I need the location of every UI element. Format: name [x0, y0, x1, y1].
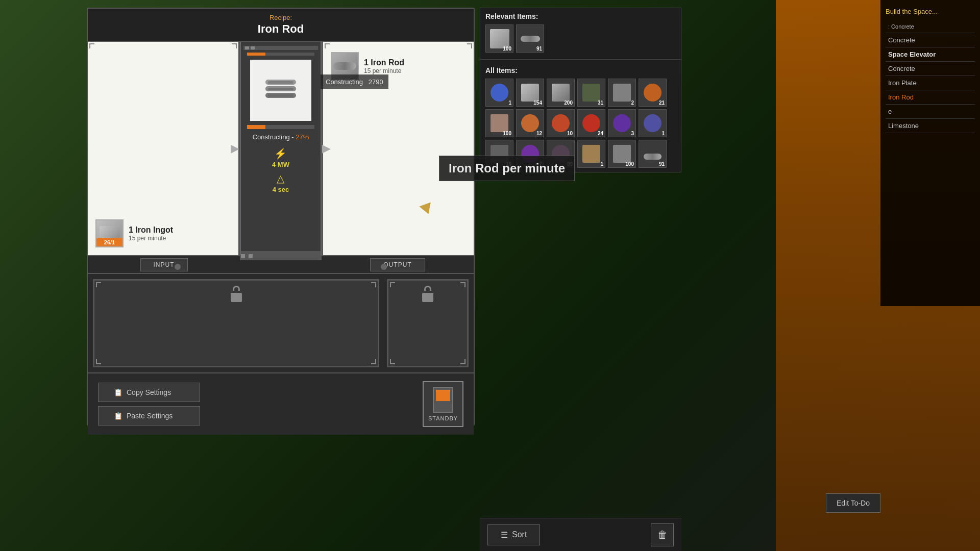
io-area: 26/1 1 Iron Ingot 15 per minute	[88, 42, 474, 256]
recipe-label: Recipe:	[93, 14, 469, 21]
belt-slot-left	[93, 279, 379, 367]
machine-stats: ⚡ 4 MW △ 4 sec	[272, 147, 289, 193]
iron-rod-output-icon[interactable]	[331, 52, 359, 80]
trash-button[interactable]: 🗑	[651, 523, 674, 546]
standby-button[interactable]: STANDBY	[423, 381, 463, 427]
list-item[interactable]: 91	[639, 140, 667, 168]
machine-panel: ▶ ▶ Constructing - 27% ⚡ 4 MW △ 4 sec	[240, 42, 322, 255]
list-item[interactable]: 200	[547, 79, 575, 107]
edit-todo-button[interactable]: Edit To-Do	[826, 493, 880, 513]
sort-button[interactable]: ☰ Sort	[487, 524, 540, 545]
list-item[interactable]: 99	[547, 140, 575, 168]
sort-icon: ☰	[501, 530, 508, 540]
trash-icon: 🗑	[657, 529, 668, 541]
belt-area	[88, 274, 474, 373]
relevant-items-grid: 100 91	[485, 24, 676, 53]
list-item[interactable]: Concrete	[886, 33, 975, 47]
right-items-panel: Relevant Items: 100 91 All Items: 1 154	[480, 8, 681, 172]
standby-label: STANDBY	[428, 415, 458, 421]
item-icon-rod-rel	[521, 36, 540, 42]
input-item-info: 1 Iron Ingot 15 per minute	[129, 226, 173, 242]
all-items-grid: 1 154 200 31 2 21	[485, 79, 676, 168]
list-item: : Concrete	[886, 20, 975, 33]
belt-slot-right	[387, 279, 469, 367]
panel-labels: INPUT OUTPUT	[88, 256, 474, 274]
list-item[interactable]: 3	[608, 109, 636, 137]
cursor-indicator	[419, 202, 434, 216]
lock-icon-left	[229, 286, 244, 304]
input-item-name: 1 Iron Ingot	[129, 226, 173, 235]
machine-right-arrow[interactable]: ▶	[322, 142, 331, 155]
all-items-title: All Items:	[485, 66, 676, 74]
standby-switch-handle	[436, 390, 450, 401]
build-title: Build the Space...	[886, 8, 975, 15]
list-item[interactable]: 100	[608, 140, 636, 168]
recipe-header: Recipe: Iron Rod	[88, 9, 474, 42]
machine-left-arrow[interactable]: ▶	[231, 142, 239, 155]
settings-buttons: 📋 Copy Settings 📋 Paste Settings	[98, 383, 200, 425]
svg-rect-5	[268, 81, 293, 84]
recipe-name: Iron Rod	[93, 22, 469, 36]
list-item[interactable]: 7	[516, 140, 544, 168]
time-value: 4 sec	[273, 186, 289, 193]
list-item[interactable]: 12	[516, 109, 544, 137]
relevant-items-title: Relevant Items:	[485, 12, 676, 20]
list-item[interactable]: Space Elevator	[886, 47, 975, 62]
paste-settings-button[interactable]: 📋 Paste Settings	[98, 406, 200, 425]
list-item[interactable]: 18	[485, 140, 513, 168]
output-panel: 1 Iron Rod 15 per minute	[322, 42, 474, 255]
list-item[interactable]: Iron Plate	[886, 76, 975, 90]
bottom-controls: 📋 Copy Settings 📋 Paste Settings STANDBY	[88, 373, 474, 435]
list-item[interactable]: 100	[485, 24, 513, 53]
power-stat: ⚡ 4 MW	[272, 147, 289, 168]
machine-top-bar	[243, 46, 318, 50]
copy-icon: 📋	[114, 388, 122, 396]
copy-settings-button[interactable]: 📋 Copy Settings	[98, 383, 200, 402]
list-item[interactable]: 2	[608, 79, 636, 107]
iron-ingot-icon[interactable]: 26/1	[95, 219, 124, 247]
output-label-area: OUTPUT	[322, 256, 474, 273]
constructing-icon	[260, 70, 301, 111]
input-label-area: INPUT	[88, 256, 240, 273]
input-item: 26/1 1 Iron Ingot 15 per minute	[95, 219, 173, 247]
svg-rect-4	[268, 88, 293, 90]
list-item[interactable]: 10	[547, 109, 575, 137]
list-item[interactable]: 21	[639, 79, 667, 107]
separator-1	[480, 59, 681, 60]
list-item[interactable]: 24	[577, 109, 605, 137]
output-item-rate: 15 per minute	[364, 67, 404, 74]
list-item[interactable]: 91	[516, 24, 544, 53]
build-list: Build the Space... : Concrete Concrete S…	[880, 0, 980, 306]
output-item: 1 Iron Rod 15 per minute	[331, 52, 404, 80]
list-item[interactable]: Concrete	[886, 62, 975, 76]
paste-icon: 📋	[114, 412, 122, 420]
power-icon: ⚡	[274, 147, 287, 160]
bottom-bar: ☰ Sort 🗑	[480, 518, 681, 551]
output-label: OUTPUT	[370, 258, 425, 271]
machine-label-space	[240, 256, 322, 273]
list-item[interactable]: 1	[577, 140, 605, 168]
item-badge: 26/1	[96, 238, 122, 246]
list-item[interactable]: 31	[577, 79, 605, 107]
constructing-text: Constructing - 27%	[253, 133, 309, 141]
output-item-info: 1 Iron Rod 15 per minute	[364, 58, 404, 74]
list-item[interactable]: 1	[639, 109, 667, 137]
machine-icon-area	[250, 60, 311, 121]
input-panel: 26/1 1 Iron Ingot 15 per minute	[88, 42, 240, 255]
standby-switch	[433, 387, 453, 413]
svg-rect-3	[268, 94, 293, 97]
list-item[interactable]: 100	[485, 109, 513, 137]
machine-progress-bar	[247, 53, 265, 56]
time-icon: △	[277, 172, 284, 185]
time-stat: △ 4 sec	[273, 172, 289, 193]
item-icon-ingot-rel	[490, 29, 509, 48]
list-item[interactable]: Iron Rod	[886, 90, 975, 105]
machine-progress-container	[247, 53, 314, 56]
all-items-section: All Items: 1 154 200 31 2	[480, 62, 681, 172]
list-item[interactable]: Limestone	[886, 119, 975, 133]
input-item-rate: 15 per minute	[129, 235, 173, 242]
list-item[interactable]: 154	[516, 79, 544, 107]
list-item[interactable]: e	[886, 105, 975, 119]
list-item[interactable]: 1	[485, 79, 513, 107]
input-label: INPUT	[140, 258, 188, 271]
